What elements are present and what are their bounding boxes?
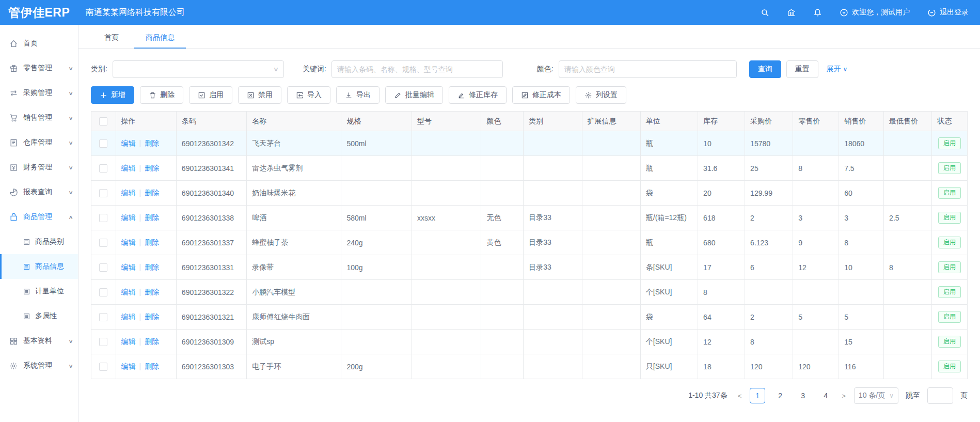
sidebar-item-报表查询[interactable]: 报表查询∨ <box>0 180 78 205</box>
row-checkbox[interactable] <box>99 313 107 321</box>
page-button-3[interactable]: 3 <box>795 388 811 403</box>
page-button-4[interactable]: 4 <box>818 388 833 403</box>
row-checkbox[interactable] <box>99 139 107 148</box>
edit-link[interactable]: 编辑 <box>121 263 136 271</box>
prev-page-button[interactable]: < <box>737 392 743 400</box>
cell-purchase-price: 120 <box>745 354 793 379</box>
sidebar-subitem-多属性[interactable]: 多属性 <box>0 304 78 329</box>
page-size-select[interactable]: 10 条/页∨ <box>854 387 898 404</box>
列设置-button[interactable]: 列设置 <box>576 86 626 104</box>
sidebar-item-零售管理[interactable]: 零售管理∨ <box>0 56 78 81</box>
sidebar-item-首页[interactable]: 首页 <box>0 31 78 56</box>
jump-page-input[interactable] <box>927 387 953 404</box>
grid-icon <box>9 337 18 346</box>
cell-name: 啤酒 <box>247 206 341 230</box>
cell-purchase-price: 6 <box>745 255 793 280</box>
tab-首页[interactable]: 首页 <box>91 27 132 49</box>
column-header-零售价: 零售价 <box>793 112 839 131</box>
edit-link[interactable]: 编辑 <box>121 164 136 172</box>
menu-label: 首页 <box>23 39 73 48</box>
修正库存-button[interactable]: 修正库存 <box>449 86 507 104</box>
keyword-input[interactable] <box>331 60 503 78</box>
page-button-1[interactable]: 1 <box>750 388 765 403</box>
cell-ext <box>582 230 640 255</box>
删除-button[interactable]: 删除 <box>140 86 183 104</box>
column-header-型号: 型号 <box>412 112 481 131</box>
bell-icon[interactable] <box>813 8 822 17</box>
row-checkbox[interactable] <box>99 214 107 222</box>
修正成本-button[interactable]: 修正成本 <box>512 86 570 104</box>
edit-link[interactable]: 编辑 <box>121 362 136 370</box>
page-button-2[interactable]: 2 <box>772 388 788 403</box>
tab-商品信息[interactable]: 商品信息 <box>132 27 188 49</box>
store-icon[interactable] <box>787 8 796 17</box>
cell-model <box>412 354 481 379</box>
row-checkbox[interactable] <box>99 189 107 197</box>
color-input[interactable] <box>559 60 737 78</box>
row-checkbox[interactable] <box>99 363 107 371</box>
sidebar-subitem-商品类别[interactable]: 商品类别 <box>0 229 78 254</box>
sidebar-item-采购管理[interactable]: 采购管理∨ <box>0 81 78 105</box>
cell-retail-price: 120 <box>793 354 839 379</box>
sidebar-item-系统管理[interactable]: 系统管理∨ <box>0 353 78 378</box>
status-badge: 启用 <box>938 261 961 274</box>
delete-link[interactable]: 删除 <box>145 312 159 321</box>
row-checkbox[interactable] <box>99 239 107 247</box>
logout-button[interactable]: 退出登录 <box>927 8 969 17</box>
edit-link[interactable]: 编辑 <box>121 238 136 246</box>
导入-button[interactable]: 导入 <box>287 86 330 104</box>
delete-link[interactable]: 删除 <box>145 288 159 296</box>
column-header-采购价: 采购价 <box>745 112 793 131</box>
row-checkbox[interactable] <box>99 288 107 296</box>
sidebar-item-商品管理[interactable]: 商品管理∧ <box>0 205 78 229</box>
row-checkbox[interactable] <box>99 263 107 272</box>
cell-model <box>412 330 481 354</box>
search-icon[interactable] <box>761 8 769 17</box>
cell-retail-price: 12 <box>793 255 839 280</box>
sidebar-item-财务管理[interactable]: 财务管理∨ <box>0 155 78 180</box>
column-header-库存: 库存 <box>698 112 745 131</box>
chevron-down-icon: ∨ <box>68 115 73 121</box>
button-label: 修正成本 <box>532 90 561 100</box>
sidebar-item-基本资料[interactable]: 基本资料∨ <box>0 329 78 353</box>
导出-button[interactable]: 导出 <box>336 86 380 104</box>
row-checkbox[interactable] <box>99 164 107 173</box>
delete-link[interactable]: 删除 <box>145 238 159 246</box>
link-divider: | <box>139 263 141 271</box>
edit-link[interactable]: 编辑 <box>121 139 136 147</box>
sidebar-subitem-商品信息[interactable]: 商品信息 <box>0 254 78 279</box>
gear-icon <box>9 362 18 370</box>
delete-link[interactable]: 删除 <box>145 263 159 271</box>
content-area: 首页商品信息 类别: ∨ 关键词: 颜色: 查询 重置 展开 ∨ 新增删除启用禁… <box>78 25 980 422</box>
reset-button[interactable]: 重置 <box>786 60 818 78</box>
expand-link[interactable]: 展开 ∨ <box>827 65 848 74</box>
sidebar-item-销售管理[interactable]: 销售管理∨ <box>0 105 78 130</box>
新增-button[interactable]: 新增 <box>91 86 134 104</box>
启用-button[interactable]: 启用 <box>189 86 232 104</box>
delete-link[interactable]: 删除 <box>145 337 159 346</box>
edit-link[interactable]: 编辑 <box>121 337 136 346</box>
delete-link[interactable]: 删除 <box>145 189 159 197</box>
chevron-down-icon: ∨ <box>889 392 894 399</box>
select-all-checkbox[interactable] <box>99 117 107 126</box>
category-select[interactable]: ∨ <box>113 60 284 78</box>
edit-link[interactable]: 编辑 <box>121 312 136 321</box>
delete-link[interactable]: 删除 <box>145 139 159 147</box>
row-checkbox[interactable] <box>99 338 107 346</box>
chevron-down-icon: ∨ <box>68 90 73 96</box>
delete-link[interactable]: 删除 <box>145 213 159 222</box>
edit-link[interactable]: 编辑 <box>121 288 136 296</box>
sidebar-subitem-计量单位[interactable]: 计量单位 <box>0 279 78 304</box>
edit-link[interactable]: 编辑 <box>121 213 136 222</box>
delete-link[interactable]: 删除 <box>145 362 159 370</box>
delete-link[interactable]: 删除 <box>145 164 159 172</box>
禁用-button[interactable]: 禁用 <box>238 86 281 104</box>
next-page-button[interactable]: > <box>841 392 847 400</box>
user-welcome[interactable]: 欢迎您，测试用户 <box>840 8 910 17</box>
table-header-row: 操作条码名称规格型号颜色类别扩展信息单位库存采购价零售价销售价最低售价状态 <box>91 112 968 131</box>
search-button[interactable]: 查询 <box>749 60 781 78</box>
批量编辑-button[interactable]: 批量编辑 <box>385 86 443 104</box>
cell-category: 目录33 <box>524 206 582 230</box>
edit-link[interactable]: 编辑 <box>121 189 136 197</box>
sidebar-item-仓库管理[interactable]: 仓库管理∨ <box>0 130 78 155</box>
